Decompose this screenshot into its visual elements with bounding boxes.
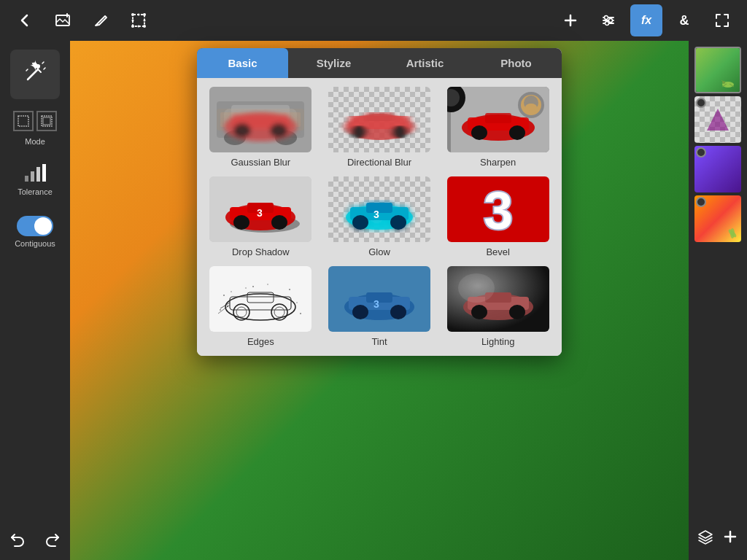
toggle-knob <box>34 217 52 235</box>
mode-section: Mode <box>10 102 60 152</box>
magic-wand-icon: ✦ <box>22 59 48 90</box>
bottom-toolbar <box>0 519 70 560</box>
draw-button[interactable] <box>85 4 117 36</box>
tolerance-label: Tolerance <box>18 187 53 196</box>
tab-stylize[interactable]: Stylize <box>288 48 379 78</box>
fx-bevel-thumb: 3 <box>447 176 549 242</box>
magic-wand-tool[interactable]: ✦ <box>10 50 60 99</box>
fx-sharpen[interactable]: Sharpen <box>443 87 553 168</box>
svg-text:3: 3 <box>257 207 263 219</box>
adjustments-button[interactable] <box>592 4 624 36</box>
svg-point-99 <box>300 313 301 314</box>
layer-4-thumb[interactable] <box>694 195 741 242</box>
add-layer-panel-button[interactable] <box>719 525 741 548</box>
fx-gaussian-blur[interactable]: Gaussian Blur <box>206 87 316 168</box>
tab-artistic[interactable]: Artistic <box>379 48 471 78</box>
layer-3-thumb[interactable] <box>694 146 741 192</box>
blend-button[interactable]: & <box>668 4 700 36</box>
fx-sharpen-thumb <box>447 87 549 152</box>
svg-point-51 <box>392 125 408 139</box>
undo-button[interactable] <box>3 525 32 554</box>
layer-4-radio <box>696 197 706 207</box>
svg-point-93 <box>220 309 221 311</box>
layer-1-thumb[interactable] <box>694 47 741 93</box>
fx-drop-shadow[interactable]: 3 Drop Shadow <box>206 176 316 257</box>
svg-point-96 <box>268 284 269 285</box>
fx-gaussian-blur-label: Gaussian Blur <box>231 157 291 168</box>
fx-drop-shadow-thumb: 3 <box>209 176 311 242</box>
fx-directional-blur-thumb <box>328 87 430 152</box>
fullscreen-button[interactable] <box>706 4 738 36</box>
svg-text:✦: ✦ <box>29 59 42 74</box>
fx-sharpen-label: Sharpen <box>480 157 516 168</box>
mode-alt-btn[interactable] <box>36 111 57 131</box>
svg-point-9 <box>138 26 140 28</box>
fx-glow-label: Glow <box>368 246 390 257</box>
svg-point-50 <box>351 125 367 139</box>
fx-directional-blur[interactable]: Directional Blur <box>325 87 435 168</box>
svg-point-94 <box>246 287 247 289</box>
fx-edges-thumb <box>209 266 311 332</box>
svg-point-45 <box>233 123 251 138</box>
fx-glow[interactable]: 3 Glow <box>325 176 435 257</box>
svg-point-4 <box>131 13 134 16</box>
blend-label: & <box>680 13 689 28</box>
svg-point-11 <box>144 20 146 22</box>
fx-drop-shadow-label: Drop Shadow <box>232 246 290 257</box>
contiguous-label: Contiguous <box>15 239 55 248</box>
redo-button[interactable] <box>38 525 67 554</box>
fx-tint-thumb: 3 <box>328 266 430 332</box>
svg-point-8 <box>138 14 140 16</box>
svg-point-7 <box>143 25 146 28</box>
fx-tint[interactable]: 3 Tint <box>325 266 435 347</box>
fx-modal-overlay: Basic Stylize Artistic Photo <box>70 41 689 560</box>
layer-2-thumb[interactable] <box>694 96 741 143</box>
svg-point-98 <box>297 302 298 303</box>
fx-button[interactable]: fx <box>630 4 662 36</box>
back-button[interactable] <box>9 4 41 36</box>
add-layer-button[interactable] <box>554 4 587 36</box>
fx-panel: Basic Stylize Artistic Photo <box>197 48 562 356</box>
mode-label: Mode <box>25 137 45 146</box>
svg-marker-32 <box>707 109 729 131</box>
fx-bevel[interactable]: 3 Bevel <box>443 176 553 257</box>
fx-lighting[interactable]: Lighting <box>443 266 553 347</box>
top-toolbar: fx & <box>0 0 747 41</box>
svg-point-10 <box>132 20 134 22</box>
svg-point-57 <box>471 125 487 140</box>
svg-rect-56 <box>485 113 511 123</box>
add-image-button[interactable] <box>47 4 79 36</box>
fx-tabs: Basic Stylize Artistic Photo <box>197 48 562 78</box>
fx-edges[interactable]: Edges <box>206 266 316 347</box>
svg-text:3: 3 <box>484 182 513 240</box>
svg-point-106 <box>352 305 368 319</box>
tolerance-icon <box>23 163 47 184</box>
svg-point-76 <box>352 215 368 230</box>
svg-rect-25 <box>36 167 40 182</box>
svg-rect-2 <box>66 13 68 18</box>
svg-text:3: 3 <box>374 209 379 220</box>
layers-button[interactable] <box>694 525 716 548</box>
tab-photo[interactable]: Photo <box>471 48 562 78</box>
layer-3-radio <box>696 147 706 158</box>
svg-rect-105 <box>366 292 392 303</box>
svg-point-107 <box>390 305 406 319</box>
fx-bevel-label: Bevel <box>486 246 510 257</box>
fx-lighting-thumb <box>447 266 549 332</box>
fx-lighting-label: Lighting <box>481 336 515 347</box>
mode-normal-btn[interactable] <box>13 111 34 131</box>
fx-gaussian-blur-thumb <box>209 87 311 152</box>
transform-button[interactable] <box>123 4 155 36</box>
tab-basic[interactable]: Basic <box>197 48 288 78</box>
svg-point-15 <box>605 16 608 20</box>
contiguous-toggle[interactable] <box>17 216 53 236</box>
svg-rect-22 <box>43 117 50 125</box>
fx-glow-thumb: 3 <box>328 176 430 242</box>
svg-rect-26 <box>42 164 46 182</box>
svg-point-70 <box>233 215 249 230</box>
svg-rect-23 <box>25 176 28 182</box>
right-panel-bottom <box>689 519 747 554</box>
contiguous-section: Contiguous <box>10 207 60 257</box>
svg-point-16 <box>609 19 613 23</box>
tolerance-section: Tolerance <box>10 155 60 204</box>
